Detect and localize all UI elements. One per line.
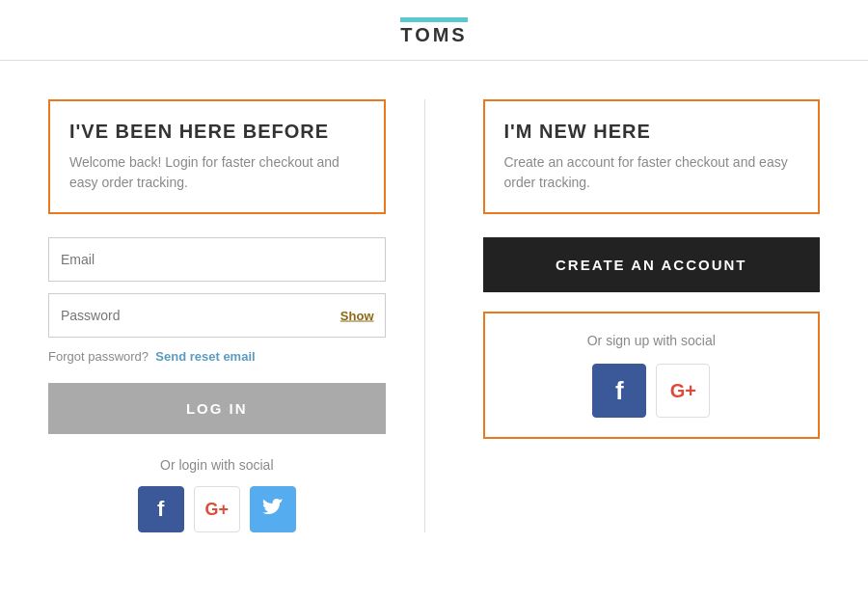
social-login-label: Or login with social [48, 457, 386, 473]
create-account-button[interactable]: CREATE AN ACCOUNT [483, 237, 821, 292]
password-container: Show [48, 293, 386, 338]
social-signup-box: Or sign up with social f G+ [483, 312, 821, 439]
logo-container: TOMS [400, 17, 467, 46]
login-button[interactable]: LOG IN [48, 383, 386, 434]
show-password-button[interactable]: Show [340, 309, 374, 323]
new-customer-description: Create an account for faster checkout an… [504, 152, 800, 193]
header: TOMS [0, 0, 868, 61]
email-field[interactable] [48, 237, 386, 282]
social-signup-label: Or sign up with social [504, 333, 800, 348]
right-panel: I'M NEW HERE Create an account for faste… [425, 99, 840, 532]
returning-customer-box: I'VE BEEN HERE BEFORE Welcome back! Logi… [48, 99, 386, 214]
forgot-password-text: Forgot password? Send reset email [48, 349, 386, 364]
forgot-password-label: Forgot password? [48, 349, 149, 364]
left-panel: I'VE BEEN HERE BEFORE Welcome back! Logi… [29, 99, 425, 532]
returning-customer-description: Welcome back! Login for faster checkout … [69, 152, 365, 193]
social-icons-group: f G+ [48, 486, 386, 532]
new-customer-box: I'M NEW HERE Create an account for faste… [483, 99, 821, 214]
returning-customer-title: I'VE BEEN HERE BEFORE [69, 121, 365, 143]
google-login-button[interactable]: G+ [194, 486, 240, 532]
new-customer-title: I'M NEW HERE [504, 121, 800, 143]
facebook-login-button[interactable]: f [138, 486, 184, 532]
main-content: I'VE BEEN HERE BEFORE Welcome back! Logi… [0, 61, 868, 561]
social-signup-icons-group: f G+ [504, 364, 800, 418]
social-login-section: Or login with social f G+ [48, 457, 386, 532]
send-reset-email-link[interactable]: Send reset email [155, 349, 255, 364]
facebook-signup-button[interactable]: f [592, 364, 646, 418]
logo-accent-bar [400, 17, 467, 22]
password-field[interactable] [48, 293, 386, 338]
google-signup-button[interactable]: G+ [656, 364, 710, 418]
twitter-login-button[interactable] [250, 486, 296, 532]
